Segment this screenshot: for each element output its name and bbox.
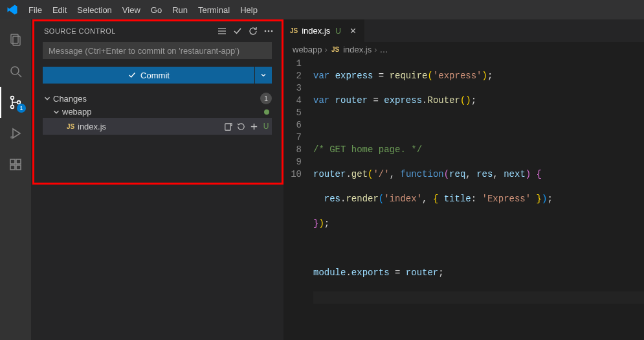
close-tab-icon[interactable] bbox=[348, 25, 359, 37]
tab-file-name: index.js bbox=[302, 26, 330, 36]
source-control-panel: SOURCE CONTROL bbox=[31, 19, 283, 340]
line-number: 6 bbox=[283, 119, 302, 131]
breadcrumb-trail: … bbox=[380, 45, 388, 54]
scm-badge: 1 bbox=[17, 104, 26, 113]
svg-rect-11 bbox=[16, 165, 21, 170]
svg-point-16 bbox=[265, 30, 267, 32]
source-control-title: SOURCE CONTROL bbox=[44, 27, 214, 35]
svg-point-4 bbox=[11, 96, 14, 100]
breadcrumb-file[interactable]: index.js bbox=[343, 45, 372, 54]
svg-rect-19 bbox=[225, 123, 230, 130]
line-number: 1 bbox=[283, 58, 302, 70]
chevron-down-icon bbox=[52, 108, 62, 117]
changes-folder-row[interactable]: webapp bbox=[43, 106, 272, 118]
activity-extensions[interactable] bbox=[0, 149, 31, 180]
changed-file-row[interactable]: JS index.js U bbox=[43, 118, 272, 135]
line-number: 4 bbox=[283, 95, 302, 107]
js-file-icon: JS bbox=[290, 27, 298, 34]
code-editor[interactable]: 12345678910 var express = require('expre… bbox=[283, 56, 644, 340]
refresh-icon[interactable] bbox=[246, 24, 260, 38]
breadcrumb-folder[interactable]: webapp bbox=[293, 45, 322, 54]
line-number: 3 bbox=[283, 82, 302, 95]
line-number: 7 bbox=[283, 131, 302, 144]
commit-dropdown-button[interactable] bbox=[255, 67, 272, 84]
line-number: 5 bbox=[283, 107, 302, 119]
file-status-badge: U bbox=[260, 122, 272, 131]
code-content[interactable]: var express = require('express'); var ro… bbox=[313, 58, 644, 340]
commit-icon[interactable] bbox=[230, 24, 245, 38]
commit-message-input[interactable] bbox=[43, 42, 272, 59]
discard-changes-icon[interactable] bbox=[234, 120, 247, 133]
menu-selection[interactable]: Selection bbox=[72, 3, 117, 17]
changes-label: Changes bbox=[53, 94, 260, 104]
vscode-logo-icon bbox=[6, 4, 18, 16]
more-actions-icon[interactable] bbox=[261, 24, 276, 38]
svg-line-3 bbox=[18, 74, 21, 77]
menu-file[interactable]: File bbox=[23, 3, 47, 17]
editor-tabbar: JS index.js U bbox=[283, 19, 644, 42]
chevron-right-icon: › bbox=[374, 45, 377, 54]
svg-point-17 bbox=[268, 30, 270, 32]
chevron-down-icon bbox=[43, 94, 53, 103]
activity-source-control[interactable]: 1 bbox=[0, 87, 31, 118]
svg-rect-1 bbox=[13, 36, 20, 45]
svg-point-2 bbox=[11, 67, 19, 74]
svg-point-5 bbox=[11, 106, 14, 109]
menu-view[interactable]: View bbox=[117, 3, 146, 17]
menu-help[interactable]: Help bbox=[235, 3, 263, 17]
line-number: 9 bbox=[283, 156, 302, 168]
svg-rect-0 bbox=[11, 34, 18, 43]
commit-button[interactable]: Commit bbox=[43, 67, 254, 84]
changes-count-badge: 1 bbox=[260, 93, 272, 104]
changed-file-name: index.js bbox=[76, 122, 221, 131]
chevron-right-icon: › bbox=[325, 45, 328, 54]
menu-terminal[interactable]: Terminal bbox=[193, 3, 235, 17]
open-file-icon[interactable] bbox=[221, 120, 234, 133]
source-control-header: SOURCE CONTROL bbox=[31, 19, 283, 42]
line-number: 8 bbox=[283, 144, 302, 156]
svg-point-18 bbox=[271, 30, 273, 32]
commit-button-label: Commit bbox=[140, 71, 170, 80]
svg-rect-10 bbox=[10, 165, 15, 170]
changes-section-header[interactable]: Changes 1 bbox=[43, 91, 272, 106]
folder-status-indicator bbox=[264, 109, 269, 115]
editor-region: JS index.js U webapp › JS index.js › … 1… bbox=[283, 19, 644, 340]
svg-marker-7 bbox=[13, 129, 20, 138]
tab-index-js[interactable]: JS index.js U bbox=[283, 19, 365, 42]
breadcrumbs[interactable]: webapp › JS index.js › … bbox=[283, 42, 644, 56]
svg-point-8 bbox=[10, 136, 13, 139]
activity-search[interactable] bbox=[0, 56, 31, 87]
stage-changes-icon[interactable] bbox=[247, 120, 260, 133]
js-file-icon: JS bbox=[65, 123, 76, 130]
view-as-tree-icon[interactable] bbox=[215, 24, 229, 38]
line-number: 2 bbox=[283, 70, 302, 82]
line-number-gutter: 12345678910 bbox=[283, 58, 313, 340]
menu-edit[interactable]: Edit bbox=[47, 3, 72, 17]
menu-go[interactable]: Go bbox=[146, 3, 167, 17]
js-file-icon: JS bbox=[330, 46, 340, 53]
activity-explorer[interactable] bbox=[0, 25, 31, 56]
menubar: File Edit Selection View Go Run Terminal… bbox=[0, 0, 644, 19]
activity-bar: 1 bbox=[0, 19, 31, 340]
menu-run[interactable]: Run bbox=[167, 3, 193, 17]
svg-rect-12 bbox=[16, 159, 21, 164]
svg-rect-9 bbox=[10, 159, 15, 164]
activity-run-debug[interactable] bbox=[0, 118, 31, 149]
tab-status-badge: U bbox=[335, 27, 341, 36]
folder-name: webapp bbox=[62, 107, 264, 117]
line-number: 10 bbox=[283, 168, 302, 181]
